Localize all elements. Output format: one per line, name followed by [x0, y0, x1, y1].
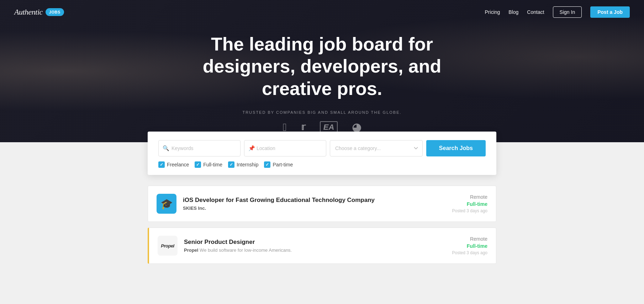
job-location: Remote [452, 236, 487, 242]
filter-fulltime[interactable]: ✓ Full-time [195, 161, 222, 168]
job-meta: Remote Full-time Posted 3 days ago [452, 236, 487, 255]
job-listings: 🎓 iOS Developer for Fast Growing Educati… [148, 186, 496, 264]
filter-row: ✓ Freelance ✓ Full-time ✓ Internship ✓ P… [158, 161, 486, 168]
filter-internship[interactable]: ✓ Internship [228, 161, 258, 168]
table-row[interactable]: Propel Senior Product Designer Propel We… [148, 228, 496, 264]
nav-link-blog[interactable]: Blog [508, 9, 518, 15]
hero-section: Authentic JOBS Pricing Blog Contact Sign… [0, 0, 644, 142]
fulltime-checkbox[interactable]: ✓ [195, 161, 201, 168]
search-jobs-button[interactable]: Search Jobs [426, 140, 486, 156]
parttime-label: Part-time [273, 162, 293, 167]
fulltime-label: Full-time [203, 162, 222, 167]
filter-freelance[interactable]: ✓ Freelance [158, 161, 189, 168]
search-row: 🔍 📌 Choose a category... Design Developm… [158, 140, 486, 156]
search-icon: 🔍 [163, 145, 169, 151]
nav-links: Pricing Blog Contact Sign In Post a Job [485, 6, 630, 18]
post-job-button[interactable]: Post a Job [590, 6, 630, 18]
job-info: Senior Product Designer Propel We build … [184, 239, 446, 253]
hero-content: The leading job board for designers, dev… [0, 24, 644, 142]
logo-icon: 🎓 [160, 198, 173, 210]
job-title: Senior Product Designer [184, 239, 446, 246]
check-icon: ✓ [265, 162, 269, 167]
navigation: Authentic JOBS Pricing Blog Contact Sign… [0, 0, 644, 24]
check-icon: ✓ [229, 162, 233, 167]
table-row[interactable]: 🎓 iOS Developer for Fast Growing Educati… [148, 186, 496, 222]
job-type: Full-time [452, 243, 487, 249]
category-select[interactable]: Choose a category... Design Development … [330, 140, 423, 156]
job-posted: Posted 3 days ago [452, 208, 487, 213]
parttime-checkbox[interactable]: ✓ [264, 161, 270, 168]
nav-link-contact[interactable]: Contact [527, 9, 544, 15]
twitter-logo: 𝕣 [301, 122, 306, 133]
logo-text: Authentic [14, 7, 43, 17]
location-pin-icon: 📌 [248, 145, 255, 151]
internship-checkbox[interactable]: ✓ [228, 161, 234, 168]
company-logo: Propel [158, 236, 178, 256]
internship-label: Internship [237, 162, 258, 167]
hero-title: The leading job board for designers, dev… [197, 33, 447, 100]
job-meta: Remote Full-time Posted 3 days ago [452, 194, 487, 213]
job-location: Remote [452, 194, 487, 200]
job-company: Propel We build software for low-income … [184, 247, 446, 253]
check-icon: ✓ [160, 162, 163, 167]
check-icon: ✓ [196, 162, 200, 167]
signin-button[interactable]: Sign In [553, 6, 582, 18]
job-posted: Posted 3 days ago [452, 250, 487, 255]
keywords-wrap: 🔍 [158, 140, 241, 156]
job-title: iOS Developer for Fast Growing Education… [183, 197, 446, 204]
location-wrap: 📌 [244, 140, 326, 156]
job-type: Full-time [452, 201, 487, 207]
trusted-text: TRUSTED BY COMPANIES BIG AND SMALL AROUN… [242, 110, 401, 114]
location-input[interactable] [244, 140, 326, 156]
freelance-label: Freelance [167, 162, 189, 167]
jobs-badge: JOBS [46, 8, 64, 16]
logo-text: Propel [161, 243, 174, 249]
company-desc: We build software for low-income America… [200, 247, 292, 253]
job-info: iOS Developer for Fast Growing Education… [183, 197, 446, 211]
nav-link-pricing[interactable]: Pricing [485, 9, 500, 15]
company-name: SKIES Inc. [183, 206, 206, 211]
search-section: 🔍 📌 Choose a category... Design Developm… [148, 132, 496, 175]
company-name: Propel [184, 247, 198, 253]
keywords-input[interactable] [158, 140, 241, 156]
freelance-checkbox[interactable]: ✓ [158, 161, 165, 168]
logo[interactable]: Authentic JOBS [14, 7, 64, 17]
job-company: SKIES Inc. [183, 206, 446, 211]
filter-parttime[interactable]: ✓ Part-time [264, 161, 293, 168]
company-logo: 🎓 [157, 194, 176, 214]
